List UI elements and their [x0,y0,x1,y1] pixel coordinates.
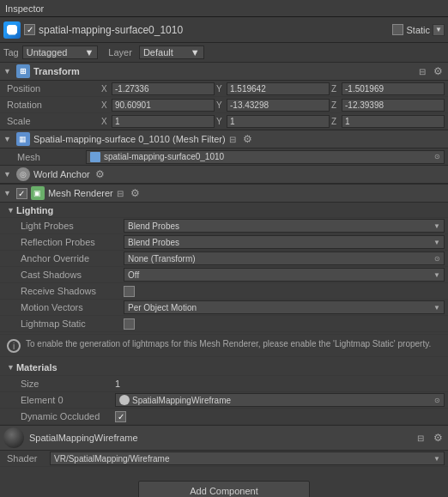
light-probes-row: Light Probes Blend Probes ▼ [0,218,448,234]
layer-dropdown[interactable]: Default ▼ [139,45,204,59]
rotation-y-input[interactable]: -13.43298 [227,99,330,112]
scale-y-label: Y [216,117,225,126]
position-x-input[interactable]: -1.27336 [112,82,215,95]
object-icon [3,21,21,39]
shader-row: Shader VR/SpatialMapping/Wireframe ▼ [0,451,448,467]
mesh-filter-copy-icon[interactable]: ⊟ [229,135,236,144]
mesh-value-box[interactable]: spatial-mapping-surface0_1010 ⊙ [86,150,445,164]
reflection-probes-row: Reflection Probes Blend Probes ▼ [0,234,448,251]
static-checkbox[interactable] [392,24,403,35]
materials-title: Materials [16,362,445,373]
cast-shadows-value: Off [128,270,139,280]
mesh-filter-icon: ▦ [16,132,30,146]
materials-collapse-arrow[interactable]: ▼ [7,363,15,372]
scale-z-field: Z 1 [331,115,445,128]
element0-row: Element 0 SpatialMappingWireframe ⊙ [0,392,448,409]
position-label: Position [7,83,101,94]
tag-value: Untagged [27,47,68,58]
size-label: Size [21,379,115,389]
element0-value: SpatialMappingWireframe [132,396,231,405]
mesh-renderer-gear-icon[interactable]: ⚙ [129,186,142,200]
scale-xyz-group: X 1 Y 1 Z 1 [101,115,445,128]
mesh-filter-collapse-arrow[interactable]: ▼ [3,135,11,143]
rotation-z-input[interactable]: -12.39398 [342,99,445,112]
material-gear-icon[interactable]: ⚙ [431,431,445,445]
rotation-xyz-group: X 90.60901 Y -13.43298 Z -12.39398 [101,99,445,112]
element0-dropdown[interactable]: SpatialMappingWireframe ⊙ [115,393,445,407]
mesh-filter-title: Spatial-mapping-surface 0_1010 (Mesh Fil… [33,134,226,144]
mesh-label: Mesh [17,152,86,162]
mesh-renderer-active-checkbox[interactable] [16,188,27,199]
light-probes-dropdown[interactable]: Blend Probes ▼ [124,219,445,233]
object-active-checkbox[interactable] [24,24,35,35]
reflection-probes-dropdown[interactable]: Blend Probes ▼ [124,235,445,249]
add-component-button[interactable]: Add Component [138,481,310,497]
info-text: To enable the generation of lightmaps fo… [26,338,431,349]
static-section: Static ▼ [392,24,445,36]
scale-y-field: Y 1 [216,115,330,128]
rot-z-label: Z [331,100,340,110]
mesh-renderer-title: Mesh Renderer [48,188,113,198]
cast-shadows-dropdown[interactable]: Off ▼ [124,268,445,282]
mesh-renderer-copy-icon[interactable]: ⊟ [117,189,124,198]
info-box: i To enable the generation of lightmaps … [0,334,448,357]
element0-arrow: ⊙ [434,397,440,404]
anchor-override-row: Anchor Override None (Transform) ⊙ [0,251,448,267]
transform-collapse-arrow[interactable]: ▼ [3,67,11,76]
rotation-row: Rotation X 90.60901 Y -13.43298 Z -12.39… [0,97,448,113]
scale-row: Scale X 1 Y 1 Z 1 [0,113,448,130]
tag-dropdown-arrow: ▼ [84,47,94,58]
transform-icon: ⊞ [16,64,30,78]
element0-icon [119,395,130,405]
reflection-probes-value: Blend Probes [128,238,179,247]
cast-shadows-row: Cast Shadows Off ▼ [0,267,448,283]
scale-x-input[interactable]: 1 [112,115,215,128]
lighting-title: Lighting [16,205,53,215]
receive-shadows-row: Receive Shadows [0,283,448,300]
anchor-override-dropdown[interactable]: None (Transform) ⊙ [124,252,445,265]
dynamic-occluded-row: Dynamic Occluded ✓ [0,409,448,425]
light-probes-value: Blend Probes [128,221,179,231]
world-anchor-gear-icon[interactable]: ⚙ [94,167,107,181]
rot-x-label: X [101,100,110,110]
mesh-value-icon [90,152,100,162]
scale-y-input[interactable]: 1 [227,115,330,128]
mesh-filter-header: ▼ ▦ Spatial-mapping-surface 0_1010 (Mesh… [0,130,448,148]
mesh-renderer-collapse-arrow[interactable]: ▼ [3,189,11,197]
world-anchor-collapse-arrow[interactable]: ▼ [3,170,11,179]
add-component-label: Add Component [190,486,258,496]
shader-value: VR/SpatialMapping/Wireframe [54,454,170,464]
receive-shadows-checkbox[interactable] [124,286,135,297]
tag-layer-row: Tag Untagged ▼ Layer Default ▼ [0,43,448,62]
mesh-renderer-icon: ▣ [31,186,45,200]
mesh-filter-gear-icon[interactable]: ⚙ [241,132,255,146]
reflection-probes-arrow: ▼ [433,239,440,246]
transform-gear-icon[interactable]: ⚙ [431,64,445,78]
anchor-override-arrow: ⊙ [434,255,440,263]
motion-vectors-dropdown[interactable]: Per Object Motion ▼ [124,300,445,314]
pos-y-label: Y [216,84,225,94]
info-icon: i [7,339,21,353]
pos-x-label: X [101,84,110,94]
lighting-collapse-arrow[interactable]: ▼ [7,206,15,215]
rotation-x-input[interactable]: 90.60901 [112,99,215,112]
inspector-tab[interactable]: Inspector [0,0,448,17]
shader-dropdown[interactable]: VR/SpatialMapping/Wireframe ▼ [50,452,445,465]
material-preview-name: SpatialMappingWireframe [29,433,412,443]
cast-shadows-arrow: ▼ [433,271,440,279]
top-bar: spatial-mapping-surface0_1010 Static ▼ [0,17,448,43]
scale-z-input[interactable]: 1 [342,115,445,128]
world-anchor-header: ▼ ◎ World Anchor ⚙ [0,165,448,184]
tag-dropdown[interactable]: Untagged ▼ [22,45,99,59]
copy-icon[interactable]: ⊟ [419,67,426,76]
position-y-field: Y 1.519642 [216,82,330,95]
anchor-override-value: None (Transform) [128,254,196,264]
dynamic-occluded-checkbox[interactable]: ✓ [115,411,126,422]
lightmap-static-checkbox[interactable] [124,318,135,330]
position-y-input[interactable]: 1.519642 [227,82,330,95]
inspector-tab-label: Inspector [5,3,44,14]
receive-shadows-label: Receive Shadows [21,286,124,296]
static-dropdown-arrow[interactable]: ▼ [433,24,445,36]
position-z-input[interactable]: -1.501969 [342,82,445,95]
material-copy-icon[interactable]: ⊟ [417,433,424,443]
